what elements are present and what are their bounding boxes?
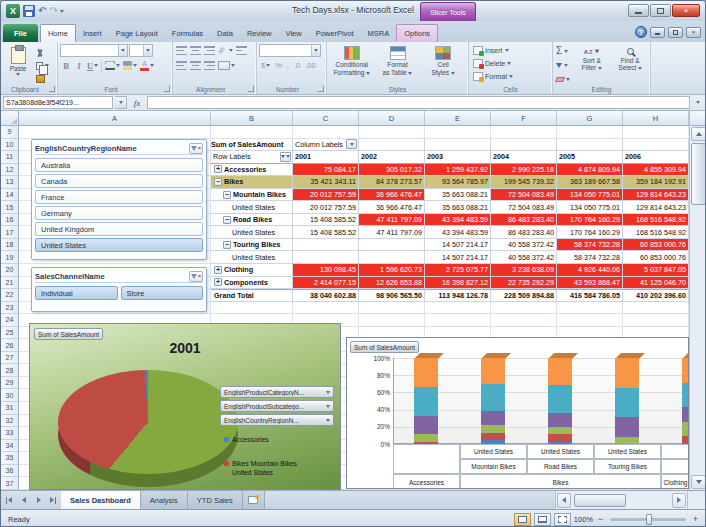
zoom-out-button[interactable]: −: [596, 515, 605, 524]
tab-view[interactable]: View: [279, 24, 309, 42]
cell-H11[interactable]: 2006: [623, 151, 689, 164]
help-icon[interactable]: ?: [635, 26, 647, 38]
row-header-32[interactable]: 32: [1, 415, 19, 428]
row-header-18[interactable]: 18: [1, 239, 19, 252]
column-header-E[interactable]: E: [425, 111, 491, 126]
row-header-20[interactable]: 20: [1, 264, 19, 277]
workbook-close-button[interactable]: ×: [686, 27, 701, 38]
select-all-corner[interactable]: [1, 111, 19, 126]
cell-F20[interactable]: 3 238 638.09: [491, 264, 557, 277]
cell-B19[interactable]: United States: [211, 251, 293, 264]
cell-B14[interactable]: −Mountain Bikes: [211, 189, 293, 202]
font-name-combo[interactable]: [60, 44, 128, 57]
percent-format-button[interactable]: %: [273, 59, 284, 71]
cell-G9[interactable]: [557, 126, 623, 139]
cell-C11[interactable]: 2001: [293, 151, 359, 164]
cell-B22[interactable]: Grand Total: [211, 289, 293, 302]
cell-D19[interactable]: [359, 251, 425, 264]
cell-E15[interactable]: 35 663 088.21: [425, 201, 491, 214]
tab-review[interactable]: Review: [240, 24, 279, 42]
align-left-button[interactable]: [175, 59, 188, 72]
cell-F12[interactable]: 2 990 225.18: [491, 164, 557, 177]
cell-E18[interactable]: 14 507 214.17: [425, 239, 491, 252]
cell-C15[interactable]: 20 012 757.59: [293, 201, 359, 214]
cell-G11[interactable]: 2005: [557, 151, 623, 164]
next-sheet-button[interactable]: [31, 491, 46, 509]
find-select-button[interactable]: Find & Select: [613, 45, 649, 85]
scroll-up-button[interactable]: [691, 127, 706, 141]
pie-value-field-button[interactable]: Sum of SalesAmount: [34, 328, 103, 340]
row-header-22[interactable]: 22: [1, 289, 19, 302]
cell-D9[interactable]: [359, 126, 425, 139]
row-header-33[interactable]: 33: [1, 427, 19, 440]
cell-styles-button[interactable]: Cell Styles: [420, 44, 466, 77]
cell-C10[interactable]: Column Labels: [293, 139, 359, 152]
cell-D17[interactable]: 47 411 797.09: [359, 226, 425, 239]
cell-F19[interactable]: 40 558 372.42: [491, 251, 557, 264]
cell-G22[interactable]: 416 584 786.05: [557, 289, 623, 302]
number-format-combo[interactable]: [259, 44, 321, 57]
currency-format-button[interactable]: $: [259, 59, 272, 71]
save-icon[interactable]: [23, 5, 35, 17]
row-header-36[interactable]: 36: [1, 465, 19, 478]
cell-H19[interactable]: 60 853 000.76: [623, 251, 689, 264]
cell-D16[interactable]: 47 411 797.09: [359, 214, 425, 227]
expand-collapse-button[interactable]: −: [214, 178, 222, 186]
cell-D10[interactable]: [359, 139, 425, 152]
file-tab[interactable]: File: [3, 24, 38, 42]
cell-B10[interactable]: Sum of SalesAmount: [211, 139, 293, 152]
name-box-dropdown-icon[interactable]: [115, 96, 127, 109]
cell-F18[interactable]: 40 558 372.42: [491, 239, 557, 252]
tab-insert[interactable]: Insert: [76, 24, 109, 42]
undo-icon[interactable]: ↶: [38, 5, 46, 17]
cell-E16[interactable]: 43 394 483.59: [425, 214, 491, 227]
pie-axis-field-button-1[interactable]: EnglishProductSubcatego...: [220, 400, 334, 412]
expand-collapse-button[interactable]: −: [223, 241, 231, 249]
previous-sheet-button[interactable]: [16, 491, 31, 509]
fill-color-button[interactable]: [122, 59, 138, 72]
cell-G19[interactable]: 58 374 732.28: [557, 251, 623, 264]
clipboard-dialog-launcher[interactable]: [49, 86, 55, 92]
row-header-13[interactable]: 13: [1, 176, 19, 189]
slicer-item-individual[interactable]: Individual: [35, 286, 118, 300]
vertical-scrollbar[interactable]: [689, 111, 706, 490]
column-header-A[interactable]: A: [19, 111, 211, 126]
slicer-item-store[interactable]: Store: [121, 286, 204, 300]
expand-collapse-button[interactable]: +: [214, 278, 222, 286]
cell-F14[interactable]: 72 504 083.49: [491, 189, 557, 202]
row-header-35[interactable]: 35: [1, 452, 19, 465]
zoom-slider[interactable]: [610, 518, 686, 521]
column-header-B[interactable]: B: [211, 111, 293, 126]
row-header-27[interactable]: 27: [1, 352, 19, 365]
cell-D23[interactable]: [359, 302, 425, 315]
conditional-formatting-button[interactable]: Conditional Formatting: [329, 44, 375, 77]
number-dialog-launcher[interactable]: [318, 86, 324, 92]
cell-F21[interactable]: 22 735 292.29: [491, 277, 557, 290]
cell-D14[interactable]: 36 966 476.47: [359, 189, 425, 202]
expand-collapse-button[interactable]: −: [223, 216, 231, 224]
row-header-29[interactable]: 29: [1, 377, 19, 390]
slicer-SalesChannelName[interactable]: SalesChannelName×IndividualStore: [31, 267, 207, 312]
row-header-9[interactable]: 9: [1, 126, 19, 139]
cell-E13[interactable]: 93 564 785.97: [425, 176, 491, 189]
copy-button[interactable]: [35, 60, 55, 71]
tab-formulas[interactable]: Formulas: [165, 24, 210, 42]
font-size-combo[interactable]: [129, 44, 153, 57]
column-labels-dropdown-icon[interactable]: [346, 139, 357, 149]
cell-H9[interactable]: [623, 126, 689, 139]
tab-msra[interactable]: MSRA: [361, 24, 397, 42]
cell-E17[interactable]: 43 394 483.59: [425, 226, 491, 239]
decrease-decimal-button[interactable]: .00: [303, 59, 317, 71]
row-header-14[interactable]: 14: [1, 189, 19, 202]
slicer-item-france[interactable]: France: [35, 190, 203, 204]
cell-D12[interactable]: 305 017.32: [359, 164, 425, 177]
close-button[interactable]: ×: [672, 4, 700, 17]
cell-F15[interactable]: 72 504 083.49: [491, 201, 557, 214]
qat-dropdown-icon[interactable]: [60, 10, 64, 13]
delete-cells-button[interactable]: Delete: [471, 57, 550, 70]
cell-G24[interactable]: [557, 314, 623, 327]
cell-E9[interactable]: [425, 126, 491, 139]
cell-E10[interactable]: [425, 139, 491, 152]
sheet-tab-sales-dashboard[interactable]: Sales Dashboard: [61, 491, 141, 509]
pie-axis-field-button-2[interactable]: EnglishCountryRegionN...: [220, 414, 334, 426]
